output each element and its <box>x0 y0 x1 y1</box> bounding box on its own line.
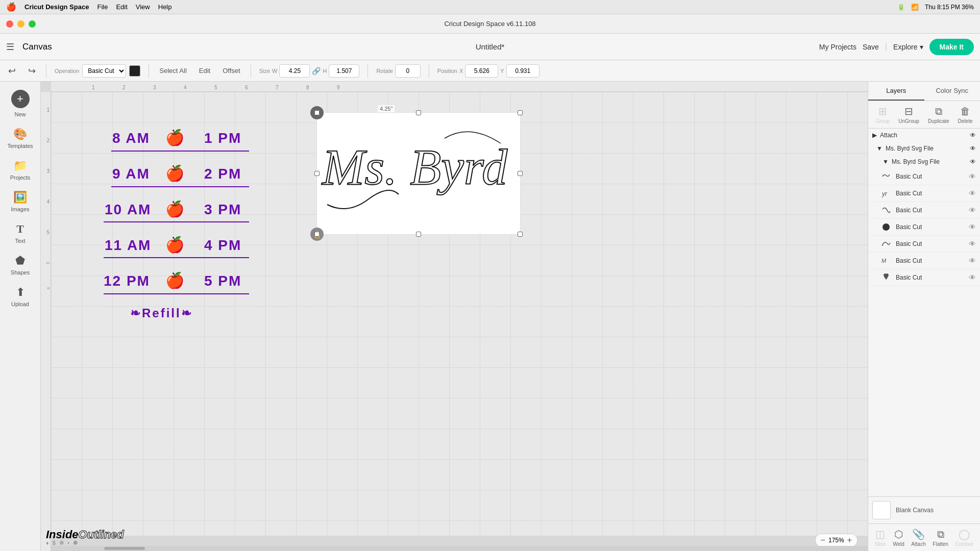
handle-tm[interactable] <box>416 110 421 115</box>
inner-label: Ms. Byrd Svg File <box>892 158 940 165</box>
zoom-in-button[interactable]: + <box>847 536 852 545</box>
menu-file[interactable]: File <box>97 3 108 11</box>
flatten-action[interactable]: ⧉ Flatten <box>933 529 948 547</box>
layer-group-inner[interactable]: ▼ Ms. Byrd Svg File 👁 <box>868 155 980 168</box>
operation-select[interactable]: Basic Cut <box>82 64 126 78</box>
dock-new[interactable]: + New <box>3 86 38 121</box>
dock-templates[interactable]: 🎨 Templates <box>3 123 38 153</box>
layer-eye-1[interactable]: 👁 <box>969 172 976 181</box>
contour-action[interactable]: ◯ Contour <box>955 528 974 547</box>
width-input[interactable] <box>279 64 310 78</box>
select-all-button[interactable]: Select All <box>157 66 188 76</box>
inner-eye[interactable]: 👁 <box>970 158 976 165</box>
apple-menu[interactable]: 🍎 <box>6 2 16 12</box>
canvas-content[interactable]: 8 AM 1 PM 🍎 9 AM 2 PM 🍎 10 AM 3 PM 🍎 11 … <box>51 92 868 536</box>
handle-ml[interactable] <box>314 171 320 176</box>
apple-10am: 🍎 <box>165 200 184 218</box>
attach-row[interactable]: ▶ Attach 👁 <box>868 129 980 142</box>
explore-button[interactable]: Explore ▾ <box>893 43 923 51</box>
tab-color-sync[interactable]: Color Sync <box>924 82 981 101</box>
redo-button[interactable]: ↪ <box>26 64 38 78</box>
offset-button[interactable]: Offset <box>220 66 242 76</box>
attach-eye[interactable]: 👁 <box>970 132 976 139</box>
attach-action[interactable]: 📎 Attach <box>911 528 925 547</box>
layer-eye-2[interactable]: 👁 <box>969 189 976 197</box>
projects-label: Projects <box>10 174 31 181</box>
handle-bl[interactable] <box>314 232 320 237</box>
zoom-controls: − 175% + <box>815 534 857 547</box>
edit-button[interactable]: Edit <box>197 66 212 76</box>
weld-action[interactable]: ⬡ Weld <box>893 528 904 547</box>
position-label: Position <box>437 68 457 74</box>
dock-upload[interactable]: ⬆ Upload <box>3 282 38 311</box>
separator: | <box>885 42 887 52</box>
blank-canvas-row[interactable]: Blank Canvas <box>868 497 980 524</box>
duplicate-action[interactable]: ⧉ Duplicate <box>928 106 949 124</box>
shapes-icon: ⬟ <box>15 254 25 267</box>
rotate-input[interactable] <box>395 64 421 78</box>
slice-action[interactable]: ◫ Slice <box>875 528 886 547</box>
layer-group-outer[interactable]: ▼ Ms. Byrd Svg File 👁 <box>868 142 980 155</box>
dock-projects[interactable]: 📁 Projects <box>3 155 38 185</box>
layer-icon-2: yr <box>880 188 892 199</box>
weld-label: Weld <box>893 541 904 547</box>
zoom-out-button[interactable]: − <box>821 536 825 545</box>
layer-item-4[interactable]: Basic Cut 👁 <box>868 219 980 236</box>
attach-label: Attach <box>880 132 897 139</box>
group-action[interactable]: ⊞ Group <box>876 105 890 124</box>
undo-button[interactable]: ↩ <box>6 64 18 78</box>
layer-item-2[interactable]: yr Basic Cut 👁 <box>868 185 980 202</box>
menu-view[interactable]: View <box>136 3 150 11</box>
menu-toggle[interactable]: ☰ <box>6 41 14 53</box>
save-button[interactable]: Save <box>863 43 879 51</box>
handle-br[interactable] <box>518 232 523 237</box>
scroll-thumb[interactable] <box>104 547 145 550</box>
y-input[interactable] <box>506 64 540 78</box>
schedule-3pm: 3 PM <box>204 202 241 218</box>
title-bar: Cricut Design Space v6.11.108 <box>0 14 980 34</box>
dock-shapes[interactable]: ⬟ Shapes <box>3 250 38 280</box>
minimize-button[interactable] <box>17 20 24 28</box>
maximize-button[interactable] <box>29 20 36 28</box>
close-button[interactable] <box>6 20 13 28</box>
handle-tr[interactable] <box>518 110 523 115</box>
color-swatch[interactable] <box>129 65 140 77</box>
make-it-button[interactable]: Make It <box>929 39 974 55</box>
layer-icon-1 <box>880 171 892 182</box>
layer-item-5[interactable]: Basic Cut 👁 <box>868 236 980 253</box>
schedule-2pm: 2 PM <box>204 166 241 182</box>
layer-item-7[interactable]: Basic Cut 👁 <box>868 269 980 286</box>
layer-label-5: Basic Cut <box>896 240 965 247</box>
layer-icon-7 <box>880 272 892 283</box>
delete-action[interactable]: 🗑 Delete <box>958 106 973 124</box>
layer-label-2: Basic Cut <box>896 190 965 197</box>
layer-item-6[interactable]: M Basic Cut 👁 <box>868 253 980 269</box>
layer-eye-6[interactable]: 👁 <box>969 257 976 265</box>
my-projects-button[interactable]: My Projects <box>819 43 856 51</box>
panel-top-actions: ⊞ Group ⊟ UnGroup ⧉ Duplicate 🗑 Delete <box>868 101 980 129</box>
horizontal-scrollbar[interactable] <box>51 546 868 551</box>
handle-tl[interactable] <box>314 110 320 115</box>
outer-eye[interactable]: 👁 <box>970 145 976 152</box>
tab-layers[interactable]: Layers <box>868 82 924 101</box>
layer-eye-7[interactable]: 👁 <box>969 273 976 282</box>
layer-item-1[interactable]: Basic Cut 👁 <box>868 168 980 185</box>
svg-point-2 <box>883 223 890 231</box>
x-input[interactable] <box>465 64 498 78</box>
ungroup-action[interactable]: ⊟ UnGroup <box>898 105 919 124</box>
height-input[interactable] <box>329 64 359 78</box>
canvas-area[interactable]: 1 2 3 4 5 6 7 8 9 1 2 3 4 5 ω α 8 AM 1 P… <box>41 82 868 551</box>
dock-images[interactable]: 🖼️ Images <box>3 187 38 216</box>
menu-edit[interactable]: Edit <box>116 3 127 11</box>
byrd-svg-container[interactable]: Ms. Byrd ✕ 🔒 <box>316 112 521 235</box>
group-label: Group <box>876 118 890 124</box>
menu-help[interactable]: Help <box>158 3 172 11</box>
layer-eye-3[interactable]: 👁 <box>969 206 976 214</box>
layer-item-3[interactable]: Basic Cut 👁 <box>868 202 980 219</box>
handle-bm[interactable] <box>416 232 421 237</box>
handle-mr[interactable] <box>518 171 523 176</box>
layer-eye-4[interactable]: 👁 <box>969 223 976 231</box>
new-button[interactable]: + <box>11 90 30 108</box>
dock-text[interactable]: T Text <box>3 218 38 248</box>
layer-eye-5[interactable]: 👁 <box>969 240 976 248</box>
